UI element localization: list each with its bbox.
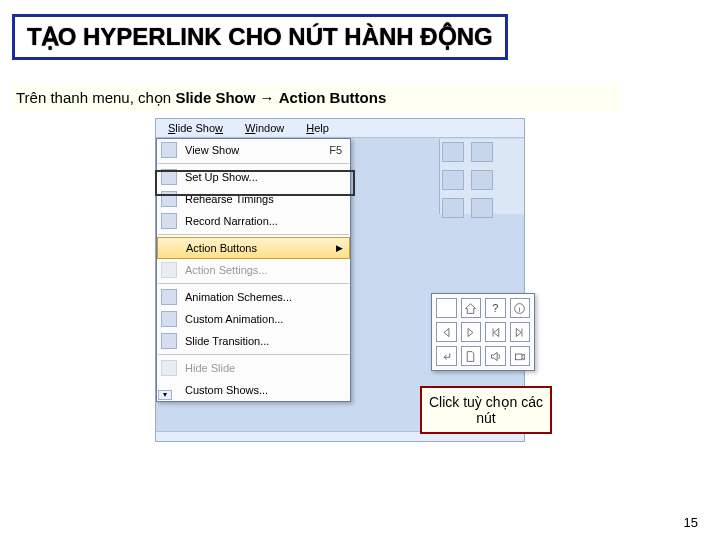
menu-bar: Slide Show Window Help bbox=[156, 119, 524, 138]
gear-icon bbox=[161, 169, 177, 185]
svg-rect-2 bbox=[516, 354, 523, 360]
projector-icon bbox=[161, 142, 177, 158]
mi-label: Action Buttons bbox=[186, 242, 257, 254]
mi-rehearse[interactable]: Rehearse Timings bbox=[157, 188, 350, 210]
instr-b1: Slide Show bbox=[175, 89, 255, 106]
action-buttons-palette: ? i bbox=[431, 293, 535, 371]
mi-record[interactable]: Record Narration... bbox=[157, 210, 350, 232]
toolbar-button[interactable] bbox=[471, 198, 493, 218]
ab-first[interactable] bbox=[485, 322, 506, 342]
ab-help[interactable]: ? bbox=[485, 298, 506, 318]
mi-label: Slide Transition... bbox=[185, 335, 269, 347]
mi-view-show[interactable]: View ShowF5 bbox=[157, 139, 350, 161]
instr-b2: Action Buttons bbox=[279, 89, 386, 106]
slide-number: 15 bbox=[684, 515, 698, 530]
mi-slide-transition[interactable]: Slide Transition... bbox=[157, 330, 350, 352]
mi-label: Rehearse Timings bbox=[185, 193, 274, 205]
mi-setup-show[interactable]: Set Up Show... bbox=[157, 166, 350, 188]
callout-box: Click tuỳ chọn các nút bbox=[420, 386, 552, 434]
ab-last[interactable] bbox=[510, 322, 531, 342]
menubar-slideshow-label: lide Show bbox=[175, 122, 223, 134]
toolbar-button[interactable] bbox=[471, 170, 493, 190]
toolbar-strip bbox=[439, 139, 524, 214]
mi-label: Action Settings... bbox=[185, 264, 268, 276]
mi-label: Custom Animation... bbox=[185, 313, 283, 325]
ab-back[interactable] bbox=[436, 322, 457, 342]
menu-separator bbox=[158, 283, 349, 284]
menubar-slideshow[interactable]: Slide Show bbox=[158, 120, 233, 136]
instruction-line: Trên thanh menu, chọn Slide Show → Actio… bbox=[12, 85, 620, 111]
mi-action-buttons[interactable]: Action Buttons▶ bbox=[157, 237, 350, 259]
ab-document[interactable] bbox=[461, 346, 482, 366]
menu-separator bbox=[158, 234, 349, 235]
mi-label: View Show bbox=[185, 144, 239, 156]
ab-info[interactable]: i bbox=[510, 298, 531, 318]
star-icon bbox=[161, 311, 177, 327]
menubar-help[interactable]: Help bbox=[296, 120, 339, 136]
ab-blank[interactable] bbox=[436, 298, 457, 318]
toolbar-button[interactable] bbox=[442, 170, 464, 190]
mi-custom-animation[interactable]: Custom Animation... bbox=[157, 308, 350, 330]
mi-hide-slide: Hide Slide bbox=[157, 357, 350, 379]
mi-animation-schemes[interactable]: Animation Schemes... bbox=[157, 286, 350, 308]
toolbar-button[interactable] bbox=[471, 142, 493, 162]
mi-custom-shows[interactable]: Custom Shows... bbox=[157, 379, 350, 401]
mi-action-settings: Action Settings... bbox=[157, 259, 350, 281]
toolbar-button[interactable] bbox=[442, 142, 464, 162]
menu-separator bbox=[158, 354, 349, 355]
instr-pre: Trên thanh menu, chọn bbox=[16, 89, 175, 106]
ab-return[interactable] bbox=[436, 346, 457, 366]
hide-icon bbox=[161, 360, 177, 376]
menubar-window[interactable]: Window bbox=[235, 120, 294, 136]
mi-shortcut: F5 bbox=[329, 144, 342, 156]
instr-arrow: → bbox=[255, 89, 278, 106]
slide-title: TẠO HYPERLINK CHO NÚT HÀNH ĐỘNG bbox=[12, 14, 508, 60]
mi-label: Animation Schemes... bbox=[185, 291, 292, 303]
slideshow-dropdown-menu: View ShowF5 Set Up Show... Rehearse Timi… bbox=[156, 138, 351, 402]
toolbar-button[interactable] bbox=[442, 198, 464, 218]
mi-label: Hide Slide bbox=[185, 362, 235, 374]
ab-forward[interactable] bbox=[461, 322, 482, 342]
chevron-right-icon: ▶ bbox=[336, 243, 343, 253]
menu-separator bbox=[158, 163, 349, 164]
mi-label: Set Up Show... bbox=[185, 171, 258, 183]
mi-label: Record Narration... bbox=[185, 215, 278, 227]
svg-text:i: i bbox=[519, 304, 521, 313]
sparkle-icon bbox=[161, 289, 177, 305]
transition-icon bbox=[161, 333, 177, 349]
ab-movie[interactable] bbox=[510, 346, 531, 366]
ab-sound[interactable] bbox=[485, 346, 506, 366]
menu-expand-icon[interactable]: ▾ bbox=[158, 390, 172, 400]
ab-home[interactable] bbox=[461, 298, 482, 318]
mic-icon bbox=[161, 213, 177, 229]
mi-label: Custom Shows... bbox=[185, 384, 268, 396]
clock-icon bbox=[161, 191, 177, 207]
cursor-icon bbox=[161, 262, 177, 278]
